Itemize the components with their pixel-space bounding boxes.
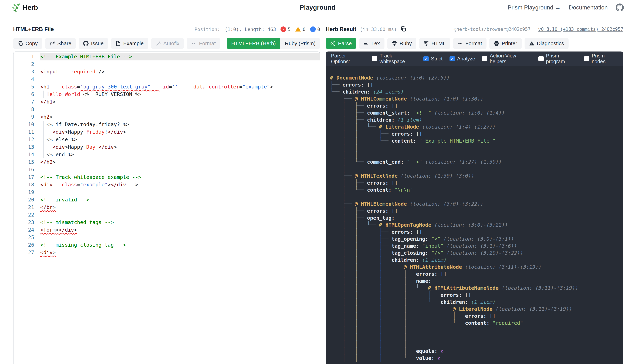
checkbox-prism-nodes[interactable] [584, 56, 589, 61]
code-line-text: <div>Happy Friday!</div> [40, 128, 320, 136]
code-line-17[interactable]: 17<!-- Track whitespace example --> [14, 174, 320, 181]
herb-logo-icon [11, 3, 20, 12]
line-number: 27 [14, 249, 40, 256]
code-line-19[interactable]: 19 [14, 188, 320, 196]
printer-button[interactable]: Printer [489, 38, 522, 49]
checkbox-label: Analyze [457, 56, 475, 62]
code-line-22[interactable]: 22 [14, 211, 320, 218]
code-line-4[interactable]: 4 [14, 76, 320, 83]
indent-guide-line [43, 143, 44, 151]
code-line-text: <div class="example"></div > [40, 181, 320, 188]
code-line-24[interactable]: 24<form></div> [14, 226, 320, 234]
info-badge: i 0 [310, 26, 320, 32]
code-line-15[interactable]: 15</h2> [14, 158, 320, 166]
code-line-25[interactable]: 25 [14, 234, 320, 241]
tree-line: │ ├── errors: [] [330, 102, 623, 109]
checkbox-strict[interactable]: ✓ [423, 56, 429, 61]
code-editor[interactable]: 1<!-- Example HTML+ERB File -->23<input … [13, 52, 320, 364]
parser-option-strict[interactable]: ✓Strict [423, 53, 443, 64]
checkbox-action-view-helpers[interactable] [482, 56, 487, 61]
autofix-button[interactable]: Autofix [151, 38, 184, 49]
code-line-text: <% else %> [40, 136, 320, 143]
tree-line: │ │ │ └── value: ∅ [330, 354, 623, 362]
github-icon[interactable] [616, 4, 624, 12]
editor-toolbar: Copy Share Issue Example Autofix Format … [13, 38, 320, 49]
line-number: 15 [14, 158, 40, 166]
code-line-20[interactable]: 20<!-- invalid --> [14, 196, 320, 204]
line-number: 5 [14, 83, 40, 90]
code-line-6[interactable]: 6 Hello World <%= RUBY_VERSION %> [14, 90, 320, 98]
code-line-27[interactable]: 27<div> [14, 249, 320, 256]
code-line-21[interactable]: 21</br> [14, 204, 320, 211]
line-number: 12 [14, 136, 40, 143]
error-badge: ✕ 5 [280, 26, 290, 32]
code-line-16[interactable]: 16 [14, 166, 320, 174]
code-line-12[interactable]: 12 <% else %> [14, 136, 320, 143]
code-line-8[interactable]: 8 [14, 106, 320, 113]
code-line-3[interactable]: 3<input required /> [14, 68, 320, 76]
indent-guide-line [43, 151, 44, 158]
code-line-11[interactable]: 11 <div>Happy Friday!</div> [14, 128, 320, 136]
issue-button[interactable]: Issue [79, 38, 108, 49]
parser-option-prism-program[interactable]: Prism program [538, 53, 577, 64]
tree-line: │ └── content: "\n\n" [330, 186, 623, 194]
tab-ruby-prism[interactable]: Ruby (Prism) [280, 38, 320, 49]
code-line-text: </h2> [40, 158, 320, 166]
warning-icon [295, 26, 301, 32]
tree-icon [330, 41, 336, 46]
tab-html-erb-herb[interactable]: HTML+ERB (Herb) [227, 38, 280, 49]
code-line-26[interactable]: 26<!-- missing closing tag --> [14, 241, 320, 249]
tree-line: │ │ [330, 151, 623, 158]
tree-line: │ ├── errors: [] [330, 208, 623, 214]
code-line-text: <!-- mismatched tags --> [40, 218, 320, 226]
tree-line: ├── errors: [] [330, 81, 623, 88]
prism-playground-link[interactable]: Prism Playground → [508, 4, 561, 11]
code-line-text: <% if Date.today.friday? %> [40, 121, 320, 128]
line-number: 22 [14, 211, 40, 218]
code-line-18[interactable]: 18<div class="example"></div > [14, 181, 320, 188]
checkbox-prism-program[interactable] [538, 56, 544, 61]
parser-options-label: Parser Options: [331, 53, 365, 64]
line-number: 9 [14, 113, 40, 121]
indent-guide-line [43, 90, 44, 98]
code-line-23[interactable]: 23<!-- mismatched tags --> [14, 218, 320, 226]
code-line-2[interactable]: 2 [14, 60, 320, 68]
documentation-link[interactable]: Documentation [569, 4, 608, 11]
code-line-14[interactable]: 14 <% end %> [14, 151, 320, 158]
example-button[interactable]: Example [111, 38, 148, 49]
html-button[interactable]: HTML [419, 38, 450, 49]
code-line-7[interactable]: 7</h1> [14, 98, 320, 106]
version-link[interactable]: v0.8.10 (+183 commits) 2402c957 [538, 27, 623, 32]
tree-line: │ ├── errors: [] [330, 179, 623, 186]
copy-result-button[interactable] [400, 26, 406, 32]
code-line-text: <div> [40, 249, 320, 256]
position-label: Position: [194, 27, 220, 32]
diagnostics-button[interactable]: Diagnostics [525, 38, 568, 49]
tree-line: │ [330, 165, 623, 172]
info-icon: i [310, 26, 316, 32]
code-line-text: <!-- missing closing tag --> [40, 241, 320, 249]
code-line-9[interactable]: 9<h2> [14, 113, 320, 121]
copy-button[interactable]: Copy [13, 38, 42, 49]
ruby-button[interactable]: Ruby [387, 38, 416, 49]
parser-option-action-view-helpers[interactable]: Action View helpers [482, 53, 531, 64]
line-number: 13 [14, 143, 40, 151]
parser-option-prism-nodes[interactable]: Prism nodes [584, 53, 618, 64]
brand[interactable]: Herb [11, 3, 38, 12]
checkbox-analyze[interactable]: ✓ [450, 56, 455, 61]
build-id: @herb-tools/browser@2402c957 [454, 27, 530, 32]
code-line-5[interactable]: 5<h1 class='bg-gray-300 text-gray" id=''… [14, 83, 320, 90]
lex-button[interactable]: Lex [359, 38, 384, 49]
checkbox-track-whitespace[interactable] [372, 56, 377, 61]
parser-option-analyze[interactable]: ✓Analyze [450, 53, 475, 64]
tree-line: ├── @ HTMLElementNode (location: (3:0)-(… [330, 200, 623, 208]
parse-button[interactable]: Parse [326, 38, 356, 49]
code-line-10[interactable]: 10 <% if Date.today.friday? %> [14, 121, 320, 128]
parse-time: (in 33.00 ms) [360, 27, 397, 32]
parser-option-track-whitespace[interactable]: Track whitespace [372, 53, 416, 64]
code-line-1[interactable]: 1<!-- Example HTML+ERB File --> [14, 53, 320, 60]
share-button[interactable]: Share [45, 38, 76, 49]
result-format-button[interactable]: Format [453, 38, 486, 49]
code-line-13[interactable]: 13 <div>Happy Day!</div> [14, 143, 320, 151]
format-button[interactable]: Format [187, 38, 220, 49]
